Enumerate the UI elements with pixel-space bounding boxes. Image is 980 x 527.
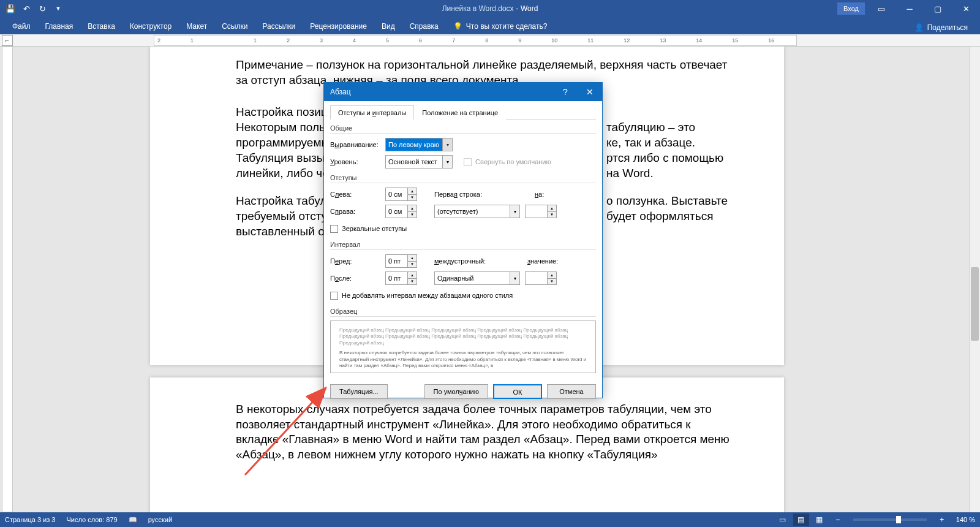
ruler-tick: 14 bbox=[696, 37, 702, 44]
help-icon[interactable]: ? bbox=[553, 83, 578, 101]
web-layout-icon[interactable]: ▦ bbox=[812, 514, 827, 526]
label-left: Слева: bbox=[330, 191, 385, 198]
ribbon-display-icon[interactable]: ▭ bbox=[867, 0, 895, 17]
ruler-tick: 2 bbox=[157, 37, 160, 44]
label-firstline: Первая строка: bbox=[434, 191, 502, 198]
chevron-down-icon: ▾ bbox=[442, 138, 452, 151]
ruler-tick: 3 bbox=[320, 37, 323, 44]
ruler-tick: 15 bbox=[732, 37, 738, 44]
firstline-dropdown[interactable]: (отсутствует) ▾ bbox=[434, 205, 520, 218]
tab-references[interactable]: Ссылки bbox=[214, 18, 255, 34]
nospace-checkbox[interactable] bbox=[330, 292, 338, 300]
close-icon[interactable]: ✕ bbox=[952, 0, 980, 17]
horizontal-ruler[interactable]: 2 1 1 2 3 4 5 6 7 8 9 10 11 12 13 14 15 … bbox=[154, 35, 797, 46]
indent-left-spinner[interactable]: 0 см ▲▼ bbox=[385, 188, 417, 201]
app-name: - Word bbox=[516, 4, 538, 13]
spell-check-icon[interactable]: 📖 bbox=[129, 516, 137, 524]
zoom-in-icon[interactable]: + bbox=[934, 514, 950, 526]
spin-down-icon[interactable]: ▼ bbox=[548, 212, 556, 218]
tab-file[interactable]: Файл bbox=[5, 18, 38, 34]
indent-right-spinner[interactable]: 0 см ▲▼ bbox=[385, 205, 417, 218]
level-dropdown[interactable]: Основной текст ▾ bbox=[385, 155, 453, 169]
save-icon[interactable]: 💾 bbox=[5, 3, 16, 14]
tab-view[interactable]: Вид bbox=[374, 18, 402, 34]
firstline-by-spinner[interactable]: ▲▼ bbox=[525, 205, 557, 218]
paragraph: В некоторых случаях потребуется задача б… bbox=[236, 402, 732, 463]
spin-up-icon[interactable]: ▲ bbox=[408, 205, 417, 212]
ruler-tick: 8 bbox=[485, 37, 488, 44]
word-count[interactable]: Число слов: 879 bbox=[66, 516, 117, 523]
ruler-tick: 5 bbox=[386, 37, 389, 44]
collapse-label: Свернуть по умолчанию bbox=[475, 158, 551, 165]
read-mode-icon[interactable]: ▭ bbox=[775, 514, 791, 526]
ruler-tick: 11 bbox=[587, 37, 594, 44]
mirror-checkbox[interactable] bbox=[330, 225, 338, 233]
collapse-checkbox bbox=[464, 158, 472, 166]
spin-up-icon[interactable]: ▲ bbox=[408, 272, 417, 279]
before-spinner[interactable]: 0 пт ▲▼ bbox=[385, 254, 417, 268]
spin-up-icon[interactable]: ▲ bbox=[548, 272, 556, 279]
spin-down-icon[interactable]: ▼ bbox=[408, 212, 417, 218]
undo-icon[interactable]: ↶ bbox=[21, 3, 32, 14]
vertical-scrollbar[interactable] bbox=[969, 47, 980, 512]
tab-home[interactable]: Главная bbox=[38, 18, 81, 34]
share-label: Поделиться bbox=[927, 23, 968, 32]
dialog-tab-position[interactable]: Положение на странице bbox=[414, 105, 506, 119]
dialog-tab-indents[interactable]: Отступы и интервалы bbox=[330, 105, 414, 119]
tab-layout[interactable]: Макет bbox=[179, 18, 214, 34]
linespace-at-spinner[interactable]: ▲▼ bbox=[525, 271, 557, 285]
spin-up-icon[interactable]: ▲ bbox=[548, 205, 556, 212]
zoom-level[interactable]: 140 % bbox=[956, 516, 975, 523]
zoom-thumb[interactable] bbox=[896, 516, 901, 523]
after-value: 0 пт bbox=[388, 275, 401, 282]
spin-up-icon[interactable]: ▲ bbox=[408, 255, 417, 262]
spin-down-icon[interactable]: ▼ bbox=[548, 279, 556, 285]
minimize-icon[interactable]: ─ bbox=[895, 0, 924, 17]
spin-up-icon[interactable]: ▲ bbox=[408, 188, 417, 195]
ruler-tick: 12 bbox=[624, 37, 630, 44]
close-icon[interactable]: ✕ bbox=[578, 83, 602, 101]
tab-help[interactable]: Справка bbox=[402, 18, 446, 34]
ruler-area: ⌐ 2 1 1 2 3 4 5 6 7 8 9 10 11 12 13 14 1… bbox=[0, 34, 980, 47]
ruler-tick: 7 bbox=[452, 37, 455, 44]
tab-selector[interactable]: ⌐ bbox=[2, 35, 13, 46]
spin-down-icon[interactable]: ▼ bbox=[408, 195, 417, 201]
tab-mailings[interactable]: Рассылки bbox=[255, 18, 303, 34]
qat-customize-icon[interactable]: ▼ bbox=[53, 3, 64, 14]
tab-review[interactable]: Рецензирование bbox=[303, 18, 374, 34]
level-value: Основной текст bbox=[388, 158, 437, 165]
paragraph-dialog: Абзац ? ✕ Отступы и интервалы Положение … bbox=[323, 82, 603, 398]
default-button[interactable]: По умолчанию bbox=[424, 384, 488, 399]
maximize-icon[interactable]: ▢ bbox=[924, 0, 952, 17]
ribbon-tabs: Файл Главная Вставка Конструктор Макет С… bbox=[0, 17, 980, 34]
spin-down-icon[interactable]: ▼ bbox=[408, 279, 417, 285]
language[interactable]: русский bbox=[148, 516, 172, 523]
zoom-out-icon[interactable]: − bbox=[830, 514, 846, 526]
redo-icon[interactable]: ↻ bbox=[37, 3, 48, 14]
ok-button[interactable]: ОК bbox=[493, 384, 542, 399]
section-spacing: Интервал bbox=[330, 241, 596, 250]
dialog-title-bar[interactable]: Абзац ? ✕ bbox=[324, 83, 602, 101]
paragraph: на Word. bbox=[606, 166, 766, 181]
tab-insert[interactable]: Вставка bbox=[80, 18, 123, 34]
paragraph: ртся либо с помощью bbox=[606, 151, 766, 166]
cancel-button[interactable]: Отмена bbox=[547, 384, 596, 399]
tabs-button[interactable]: Табуляция... bbox=[330, 384, 388, 399]
linespace-dropdown[interactable]: Одинарный ▾ bbox=[434, 271, 520, 285]
share-icon: 👤 bbox=[914, 23, 924, 32]
alignment-value: По левому краю bbox=[388, 141, 439, 148]
share-button[interactable]: 👤 Поделиться bbox=[910, 21, 973, 34]
spin-down-icon[interactable]: ▼ bbox=[408, 262, 417, 268]
firstline-value: (отсутствует) bbox=[437, 208, 478, 215]
zoom-slider[interactable] bbox=[853, 518, 927, 521]
vertical-ruler[interactable] bbox=[2, 47, 13, 512]
print-layout-icon[interactable]: ▤ bbox=[793, 514, 809, 526]
alignment-dropdown[interactable]: По левому краю ▾ bbox=[385, 138, 453, 151]
page-count[interactable]: Страница 3 из 3 bbox=[5, 516, 55, 523]
tell-me-search[interactable]: 💡 Что вы хотите сделать? bbox=[446, 18, 555, 34]
signin-button[interactable]: Вход bbox=[837, 2, 865, 15]
ruler-tick: 4 bbox=[353, 37, 356, 44]
scrollbar-thumb[interactable] bbox=[971, 267, 979, 341]
after-spinner[interactable]: 0 пт ▲▼ bbox=[385, 271, 417, 285]
tab-design[interactable]: Конструктор bbox=[123, 18, 179, 34]
